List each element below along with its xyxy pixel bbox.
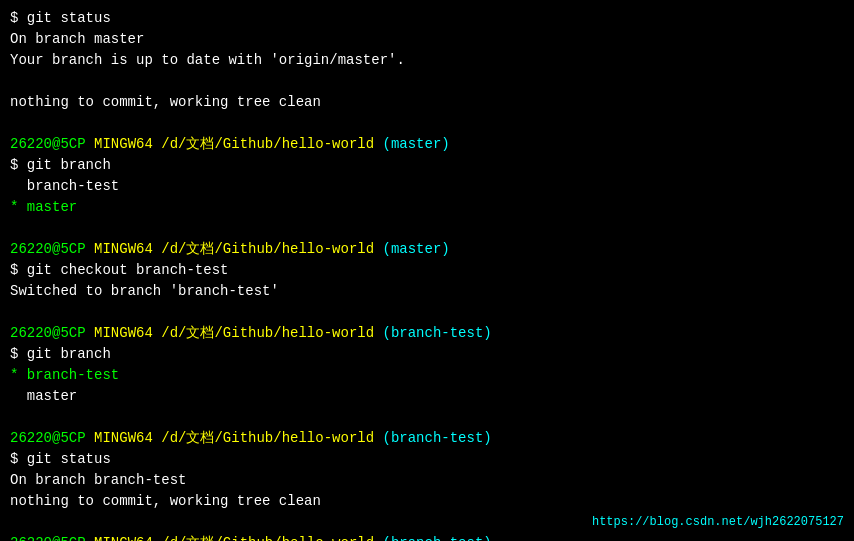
line-blank-2 [10,113,844,134]
line-2: On branch master [10,29,844,50]
branch-test-star: * branch-test [10,365,844,386]
prompt-1: 26220@5CP MINGW64 /d/文档/Github/hello-wor… [10,134,844,155]
terminal-window: $ git status On branch master Your branc… [0,0,854,541]
prompt-branch-1: (master) [383,136,450,152]
line-blank-1 [10,71,844,92]
prompt-app-2: MINGW64 [94,241,153,257]
prompt-dir-5: /d/文档/Github/hello-world [161,535,374,541]
prompt-user-4: 26220@5CP [10,430,86,446]
cmd-git-status-2: $ git status [10,449,844,470]
prompt-4: 26220@5CP MINGW64 /d/文档/Github/hello-wor… [10,428,844,449]
branch-master-plain: master [10,386,844,407]
prompt-dir-2: /d/文档/Github/hello-world [161,241,374,257]
prompt-2: 26220@5CP MINGW64 /d/文档/Github/hello-wor… [10,239,844,260]
line-1: $ git status [10,8,844,29]
cmd-git-checkout: $ git checkout branch-test [10,260,844,281]
line-blank-4 [10,302,844,323]
output-switched: Switched to branch 'branch-test' [10,281,844,302]
prompt-user-2: 26220@5CP [10,241,86,257]
prompt-dir-4: /d/文档/Github/hello-world [161,430,374,446]
branch-test-1: branch-test [10,176,844,197]
prompt-branch-5: (branch-test) [383,535,492,541]
line-3: Your branch is up to date with 'origin/m… [10,50,844,71]
watermark: https://blog.csdn.net/wjh2622075127 [592,513,844,531]
line-blank-5 [10,407,844,428]
output-nothing-to-commit: nothing to commit, working tree clean [10,491,844,512]
prompt-branch-4: (branch-test) [383,430,492,446]
prompt-app-4: MINGW64 [94,430,153,446]
prompt-dir-1: /d/文档/Github/hello-world [161,136,374,152]
branch-master-star: * master [10,197,844,218]
prompt-3: 26220@5CP MINGW64 /d/文档/Github/hello-wor… [10,323,844,344]
prompt-branch-2: (master) [383,241,450,257]
output-on-branch-test: On branch branch-test [10,470,844,491]
prompt-5: 26220@5CP MINGW64 /d/文档/Github/hello-wor… [10,533,844,541]
prompt-user-5: 26220@5CP [10,535,86,541]
line-blank-3 [10,218,844,239]
prompt-app-5: MINGW64 [94,535,153,541]
prompt-user-3: 26220@5CP [10,325,86,341]
prompt-app-3: MINGW64 [94,325,153,341]
prompt-user-1: 26220@5CP [10,136,86,152]
prompt-branch-3: (branch-test) [383,325,492,341]
prompt-app-1: MINGW64 [94,136,153,152]
prompt-dir-3: /d/文档/Github/hello-world [161,325,374,341]
cmd-git-branch-2: $ git branch [10,344,844,365]
line-4: nothing to commit, working tree clean [10,92,844,113]
cmd-git-branch-1: $ git branch [10,155,844,176]
